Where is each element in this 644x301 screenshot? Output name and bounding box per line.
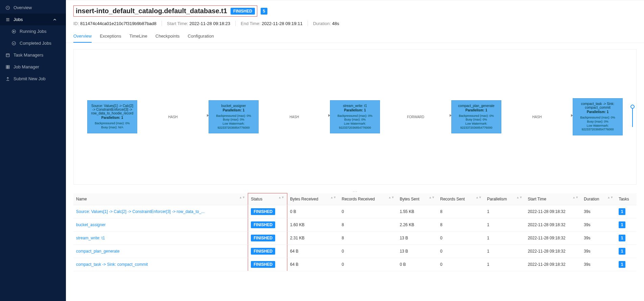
sidebar-label: Overview xyxy=(14,5,32,10)
tasks-badge[interactable]: 1 xyxy=(619,208,625,215)
vertex-link[interactable]: compact_plan_generate xyxy=(76,249,120,254)
sidebar-item-completed[interactable]: Completed Jobs xyxy=(0,37,66,49)
graph-node[interactable]: compact_task -> Sink: compact_commit Par… xyxy=(573,98,623,135)
vertex-link[interactable]: Source: Values[1] -> Calc[2] -> Constrai… xyxy=(76,209,205,214)
sort-icon: ▲▼ xyxy=(476,197,482,198)
cell-start: 2022-11-28 09:18:32 xyxy=(525,258,581,271)
table-row: bucket_assigner FINISHED 1.60 KB 8 2.26 … xyxy=(73,218,637,232)
sidebar-label: Running Jobs xyxy=(20,29,47,34)
edge-label: HASH xyxy=(290,115,299,119)
graph-edge: HASH xyxy=(137,115,209,119)
sidebar-item-running[interactable]: Running Jobs xyxy=(0,25,66,37)
tasks-badge[interactable]: 1 xyxy=(619,235,625,241)
col-name[interactable]: Name▲▼ xyxy=(73,193,248,205)
cell-rrec: 8 xyxy=(339,218,397,232)
col-tasks[interactable]: Tasks xyxy=(616,193,637,205)
col-bsent[interactable]: Bytes Sent▲▼ xyxy=(397,193,437,205)
col-dur[interactable]: Duration▲▼ xyxy=(581,193,616,205)
node-title: bucket_assigner xyxy=(212,104,256,108)
meta-label: Duration: xyxy=(313,21,331,26)
col-par[interactable]: Parallelism▲▼ xyxy=(484,193,525,205)
tasks-badge[interactable]: 1 xyxy=(619,248,625,255)
svg-rect-4 xyxy=(6,65,7,67)
cell-start: 2022-11-28 09:18:32 xyxy=(525,232,581,245)
node-metric: Busy (max): 0% xyxy=(333,118,377,122)
row-status-badge: FINISHED xyxy=(251,221,275,228)
cell-par: 1 xyxy=(484,245,525,258)
cell-rsent: 0 xyxy=(437,245,484,258)
vertex-link[interactable]: stream_write: t1 xyxy=(76,236,105,240)
status-badge: FINISHED xyxy=(231,8,255,15)
node-title: compact_task -> Sink: compact_commit xyxy=(576,102,620,109)
bars-icon xyxy=(5,17,10,22)
node-metric: Busy (max): 0% xyxy=(454,118,498,122)
build-icon xyxy=(5,65,10,69)
sidebar-item-jobmgr[interactable]: Job Manager xyxy=(0,61,66,73)
col-status[interactable]: Status▲▼ xyxy=(248,193,287,205)
tab-configuration[interactable]: Configuration xyxy=(188,30,214,43)
meta-value: 811474c44ca01e210c7f319b9b87bad8 xyxy=(80,21,157,26)
sort-icon: ▲▼ xyxy=(516,197,522,198)
edge-label: HASH xyxy=(532,115,542,119)
resize-handle[interactable]: ⋯ xyxy=(66,191,644,193)
node-metric: Low Watermark: 9223372036854776000 xyxy=(212,122,256,130)
cell-dur: 39s xyxy=(581,245,616,258)
cell-rsent: 0 xyxy=(437,232,484,245)
meta-value: 2022-11-28 09:18:23 xyxy=(189,21,230,26)
sidebar-item-taskmgr[interactable]: Task Managers xyxy=(0,49,66,61)
sort-icon: ▲▼ xyxy=(607,197,613,198)
check-circle-icon xyxy=(11,41,16,46)
vertex-link[interactable]: compact_task -> Sink: compact_commit xyxy=(76,262,148,267)
cell-rrec: 8 xyxy=(339,232,397,245)
node-metric: Low Watermark: 9223372036854776000 xyxy=(333,122,377,130)
cell-rsent: 0 xyxy=(437,258,484,271)
cell-par: 1 xyxy=(484,232,525,245)
cell-par: 1 xyxy=(484,218,525,232)
sidebar-label: Job Manager xyxy=(14,64,39,69)
meta-row: ID: 811474c44ca01e210c7f319b9b87bad8 Sta… xyxy=(73,17,637,30)
svg-rect-5 xyxy=(8,65,9,67)
graph-node[interactable]: stream_write: t1 Parallelism: 1 Backpres… xyxy=(330,100,380,134)
schedule-icon xyxy=(5,53,10,58)
sidebar-label: Completed Jobs xyxy=(20,41,51,46)
sidebar-item-overview[interactable]: Overview xyxy=(0,2,66,14)
node-metric: Low Watermark: 9223372036854776000 xyxy=(576,124,620,132)
tab-exceptions[interactable]: Exceptions xyxy=(100,30,121,43)
table-row: stream_write: t1 FINISHED 2.31 KB 8 13 B… xyxy=(73,232,637,245)
meta-value: 2022-11-28 09:19:11 xyxy=(262,21,303,26)
sidebar-item-submit[interactable]: Submit New Job xyxy=(0,73,66,85)
zoom-slider[interactable] xyxy=(632,107,633,127)
zoom-handle[interactable] xyxy=(630,105,635,109)
graph-edge: HASH xyxy=(259,115,330,119)
graph-node[interactable]: Source: Values[1] -> Calc[2] -> Constrai… xyxy=(87,100,137,133)
vertex-table: Name▲▼ Status▲▼ Bytes Received▲▼ Records… xyxy=(73,193,637,271)
tab-overview[interactable]: Overview xyxy=(73,30,92,43)
node-metric: Low Watermark: 9223372036854776000 xyxy=(454,122,498,130)
tabs: Overview Exceptions TimeLine Checkpoints… xyxy=(66,30,644,43)
job-graph[interactable]: Source: Values[1] -> Calc[2] -> Constrai… xyxy=(73,49,637,185)
cell-brec: 1.60 KB xyxy=(287,218,339,232)
tab-timeline[interactable]: TimeLine xyxy=(129,30,147,43)
cell-par: 1 xyxy=(484,258,525,271)
node-metric: Busy (max): N/A xyxy=(90,126,134,130)
sidebar-label: Jobs xyxy=(14,17,23,22)
col-rsent[interactable]: Records Sent▲▼ xyxy=(437,193,484,205)
graph-node[interactable]: bucket_assigner Parallelism: 1 Backpress… xyxy=(209,100,259,134)
node-parallelism: Parallelism: 1 xyxy=(576,110,620,114)
col-start[interactable]: Start Time▲▼ xyxy=(525,193,581,205)
tasks-badge[interactable]: 1 xyxy=(619,221,625,228)
upload-icon xyxy=(5,77,10,81)
sidebar-item-jobs[interactable]: Jobs xyxy=(0,14,66,25)
tasks-badge[interactable]: 1 xyxy=(619,261,625,268)
sidebar: Overview Jobs Running Jobs Completed Job… xyxy=(0,0,66,301)
page-title: insert-into_default_catalog.default_data… xyxy=(76,7,227,15)
cell-rrec: 0 xyxy=(339,258,397,271)
graph-node[interactable]: compact_plan_generate Parallelism: 1 Bac… xyxy=(451,100,501,134)
cell-dur: 39s xyxy=(581,232,616,245)
tab-checkpoints[interactable]: Checkpoints xyxy=(156,30,180,43)
row-status-badge: FINISHED xyxy=(251,235,275,241)
cell-rsent: 8 xyxy=(437,218,484,232)
col-rrec[interactable]: Records Received▲▼ xyxy=(339,193,397,205)
vertex-link[interactable]: bucket_assigner xyxy=(76,222,105,227)
col-brec[interactable]: Bytes Received▲▼ xyxy=(287,193,339,205)
